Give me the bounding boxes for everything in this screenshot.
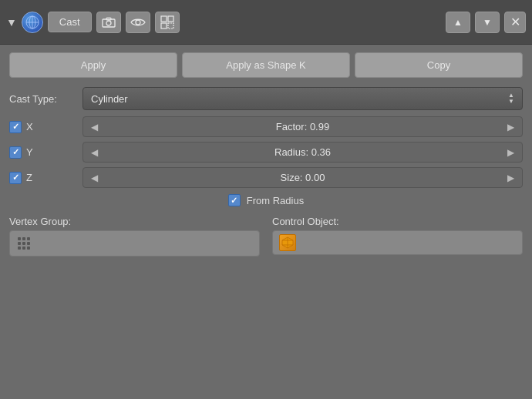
factor-value: Factor: 0.99 [276, 121, 329, 132]
cast-button[interactable]: Cast [48, 12, 92, 32]
x-checkbox-group: X [9, 121, 82, 133]
camera-icon-btn[interactable] [96, 12, 121, 33]
dot-grid-icon [16, 236, 32, 251]
svg-rect-11 [168, 23, 173, 28]
modifier-globe-icon [22, 12, 43, 33]
cast-type-value: Cylinder [91, 93, 128, 105]
svg-rect-9 [168, 16, 173, 22]
size-right-arrow: ▶ [507, 173, 514, 183]
apply-shape-button[interactable]: Apply as Shape K [182, 52, 350, 78]
select-arrows-icon: ▲ ▼ [508, 92, 514, 105]
cast-type-select[interactable]: Cylinder ▲ ▼ [82, 87, 523, 110]
z-checkbox-group: Z [9, 172, 82, 184]
main-panel: Apply Apply as Shape K Copy Cast Type: C… [0, 45, 532, 264]
z-checkbox[interactable] [9, 172, 22, 184]
y-checkbox[interactable] [9, 146, 22, 159]
cast-type-label: Cast Type: [9, 93, 82, 105]
radius-left-arrow: ◀ [91, 147, 98, 158]
x-axis-row: X ◀ Factor: 0.99 ▶ [9, 116, 523, 137]
factor-slider[interactable]: ◀ Factor: 0.99 ▶ [82, 116, 523, 137]
y-axis-row: Y ◀ Radius: 0.36 ▶ [9, 142, 523, 163]
y-checkbox-group: Y [9, 146, 82, 159]
z-axis-row: Z ◀ Size: 0.00 ▶ [9, 167, 523, 188]
top-bar: ▼ Cast ▲ ▼ ✕ [0, 0, 532, 45]
action-buttons-row: Apply Apply as Shape K Copy [9, 52, 523, 78]
vertex-group-input[interactable] [9, 230, 260, 256]
panel-dropdown-arrow[interactable]: ▼ [6, 16, 17, 28]
radius-slider[interactable]: ◀ Radius: 0.36 ▶ [82, 142, 523, 163]
z-axis-label: Z [26, 172, 32, 183]
radius-value: Radius: 0.36 [274, 146, 331, 158]
size-slider[interactable]: ◀ Size: 0.00 ▶ [82, 167, 523, 188]
from-radius-row: From Radius [9, 194, 523, 206]
svg-point-7 [136, 20, 140, 25]
svg-rect-8 [161, 16, 167, 22]
from-radius-checkbox[interactable] [228, 194, 241, 206]
size-left-arrow: ◀ [91, 173, 98, 183]
cube-icon [279, 234, 296, 251]
svg-point-5 [106, 21, 111, 25]
mesh-icon-btn[interactable] [155, 12, 180, 33]
control-object-input[interactable] [272, 230, 523, 255]
nav-down-btn[interactable]: ▼ [475, 12, 500, 33]
control-object-label: Control Object: [272, 216, 523, 227]
size-value: Size: 0.00 [281, 172, 325, 183]
close-btn[interactable]: ✕ [504, 12, 526, 33]
factor-right-arrow: ▶ [507, 122, 514, 132]
cast-type-row: Cast Type: Cylinder ▲ ▼ [9, 87, 523, 110]
eye-icon-btn[interactable] [126, 12, 150, 33]
x-checkbox[interactable] [9, 121, 22, 133]
copy-button[interactable]: Copy [355, 52, 523, 78]
radius-right-arrow: ▶ [507, 147, 514, 158]
factor-left-arrow: ◀ [91, 122, 98, 132]
vertex-group-field: Vertex Group: [9, 216, 260, 256]
x-axis-label: X [26, 121, 33, 132]
apply-button[interactable]: Apply [9, 52, 177, 78]
y-axis-label: Y [26, 146, 33, 158]
from-radius-label: From Radius [247, 195, 304, 206]
nav-up-btn[interactable]: ▲ [446, 12, 470, 33]
control-object-field: Control Object: [272, 216, 523, 256]
vertex-group-label: Vertex Group: [9, 216, 260, 227]
bottom-inputs-row: Vertex Group: Control Object: [9, 216, 523, 256]
svg-rect-10 [161, 23, 167, 28]
